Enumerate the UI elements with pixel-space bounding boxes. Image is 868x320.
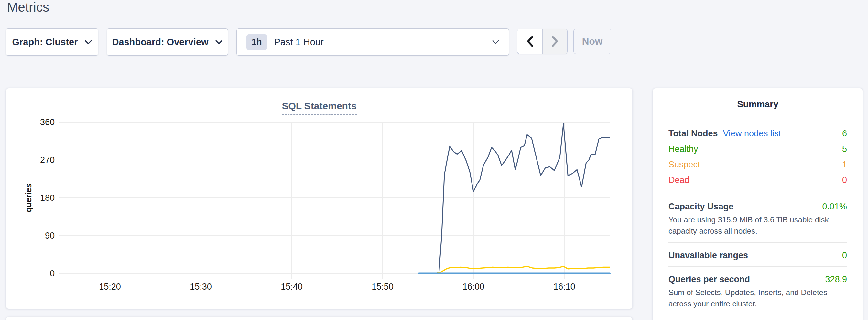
dashboard-dropdown[interactable]: Dashboard: Overview: [107, 28, 228, 56]
time-range-label: Past 1 Hour: [274, 37, 324, 47]
svg-text:360: 360: [40, 117, 55, 127]
suspect-nodes-row: Suspect 1: [669, 157, 847, 172]
time-nav-group: [517, 29, 567, 54]
time-range-dropdown[interactable]: 1h Past 1 Hour: [237, 28, 509, 56]
suspect-label: Suspect: [669, 160, 700, 170]
dead-value: 0: [842, 175, 847, 185]
capacity-usage-value: 0.01%: [822, 202, 847, 212]
divider: [669, 243, 847, 243]
svg-text:15:30: 15:30: [190, 282, 212, 292]
chart-title[interactable]: SQL Statements: [282, 100, 356, 115]
total-nodes-label: Total Nodes: [669, 129, 718, 139]
graph-dropdown[interactable]: Graph: Cluster: [6, 28, 98, 56]
now-button[interactable]: Now: [574, 29, 611, 54]
svg-text:16:10: 16:10: [553, 282, 575, 292]
capacity-usage-section: Capacity Usage 0.01% You are using 315.9…: [669, 202, 847, 236]
total-nodes-value: 6: [842, 129, 847, 139]
svg-text:180: 180: [40, 193, 55, 203]
suspect-value: 1: [842, 160, 847, 170]
svg-text:queries: queries: [24, 184, 33, 212]
healthy-value: 5: [842, 144, 847, 154]
chevron-down-icon: [84, 40, 92, 44]
svg-text:15:20: 15:20: [99, 282, 121, 292]
page-title: Metrics: [7, 0, 49, 14]
sql-statements-card: SQL Statements 09018027036015:2015:3015:…: [6, 88, 632, 309]
queries-per-second-description: Sum of Selects, Updates, Inserts, and De…: [669, 287, 847, 309]
chevron-right-icon: [551, 35, 559, 47]
capacity-usage-description: You are using 315.9 MiB of 3.6 TiB usabl…: [669, 214, 847, 236]
chevron-down-icon: [492, 40, 499, 44]
next-chart-card-partial: [6, 317, 632, 320]
chevron-down-icon: [215, 40, 223, 44]
capacity-usage-label: Capacity Usage: [669, 202, 734, 212]
summary-card: Summary Total Nodes View nodes list 6 He…: [653, 88, 863, 320]
healthy-nodes-row: Healthy 5: [669, 141, 847, 157]
svg-text:0: 0: [50, 268, 55, 278]
healthy-label: Healthy: [669, 144, 698, 154]
time-forward-button[interactable]: [542, 29, 567, 54]
svg-text:270: 270: [40, 155, 55, 165]
svg-text:15:40: 15:40: [281, 282, 303, 292]
svg-text:15:50: 15:50: [372, 282, 394, 292]
node-status-rows: Total Nodes View nodes list 6 Healthy 5 …: [669, 126, 847, 188]
chevron-left-icon: [526, 35, 534, 47]
unavailable-ranges-section: Unavailable ranges 0: [669, 251, 847, 260]
queries-per-second-section: Queries per second 328.9 Sum of Selects,…: [669, 275, 847, 309]
time-range-badge: 1h: [246, 34, 267, 50]
dead-label: Dead: [669, 175, 689, 185]
graph-dropdown-label: Graph: Cluster: [12, 37, 78, 47]
time-back-button[interactable]: [518, 29, 542, 54]
unavailable-ranges-label: Unavailable ranges: [669, 251, 748, 260]
unavailable-ranges-value: 0: [842, 251, 847, 260]
sql-statements-chart[interactable]: 09018027036015:2015:3015:4015:5016:0016:…: [6, 88, 633, 309]
svg-text:90: 90: [45, 231, 55, 241]
queries-per-second-value: 328.9: [825, 275, 847, 284]
queries-per-second-label: Queries per second: [669, 275, 750, 284]
divider: [669, 266, 847, 267]
summary-title: Summary: [669, 99, 847, 109]
view-nodes-link[interactable]: View nodes list: [723, 129, 781, 139]
total-nodes-row: Total Nodes View nodes list 6: [669, 126, 847, 141]
dashboard-dropdown-label: Dashboard: Overview: [112, 37, 208, 47]
divider: [669, 194, 847, 194]
svg-text:16:00: 16:00: [462, 282, 485, 292]
dead-nodes-row: Dead 0: [669, 172, 847, 188]
